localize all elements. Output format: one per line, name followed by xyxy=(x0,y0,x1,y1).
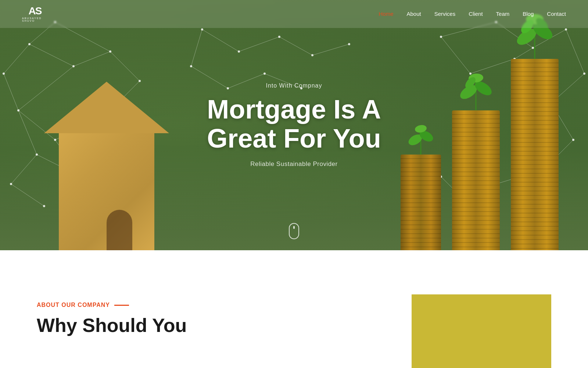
house-door xyxy=(107,210,132,250)
hero-title-line1: Mortgage Is A xyxy=(207,95,381,124)
logo-letters: AS xyxy=(29,6,42,16)
navbar: AS ABUSAYED SHUVO Home About Services Cl… xyxy=(0,0,588,28)
nav-link-blog[interactable]: Blog xyxy=(523,11,534,17)
hero-content: Into With Compnay Mortgage Is A Great Fo… xyxy=(207,82,381,168)
house-body xyxy=(59,132,154,250)
coin-stack-large xyxy=(511,59,559,250)
nav-link-team[interactable]: Team xyxy=(496,11,510,17)
about-left-content: ABOUT OUR COMPANY Why Should You xyxy=(37,294,382,336)
scroll-mouse xyxy=(289,223,299,239)
gap-section xyxy=(0,250,588,272)
nav-item-team[interactable]: Team xyxy=(496,11,510,17)
logo-sub: ABUSAYED SHUVO xyxy=(22,17,48,22)
scroll-wheel xyxy=(293,226,295,229)
coin-stack-medium xyxy=(452,110,500,250)
plant-small xyxy=(408,121,434,155)
about-section: ABOUT OUR COMPANY Why Should You xyxy=(0,272,588,368)
about-heading: Why Should You xyxy=(37,315,382,336)
logo[interactable]: AS ABUSAYED SHUVO xyxy=(22,4,48,24)
hero-subtitle-text: Reliable Sustainable Provider xyxy=(207,160,381,168)
hero-title-line2: Great For You xyxy=(207,124,381,153)
nav-link-client[interactable]: Client xyxy=(469,11,483,17)
about-heading-line1: Why Should You xyxy=(37,315,187,336)
nav-link-home[interactable]: Home xyxy=(379,11,393,17)
house-illustration xyxy=(44,81,173,250)
scroll-indicator xyxy=(289,223,299,239)
nav-link-about[interactable]: About xyxy=(406,11,421,17)
nav-links: Home About Services Client Team Blog Con… xyxy=(379,11,566,17)
hero-section: Into With Compnay Mortgage Is A Great Fo… xyxy=(0,0,588,250)
about-section-label: ABOUT OUR COMPANY xyxy=(37,302,110,308)
house-roof xyxy=(44,82,169,133)
nav-link-contact[interactable]: Contact xyxy=(547,11,566,17)
about-label-line xyxy=(114,305,129,306)
hero-title: Mortgage Is A Great For You xyxy=(207,95,381,153)
nav-item-contact[interactable]: Contact xyxy=(547,11,566,17)
nav-item-services[interactable]: Services xyxy=(434,11,456,17)
nav-item-client[interactable]: Client xyxy=(469,11,483,17)
hero-intro-text: Into With Compnay xyxy=(207,82,381,89)
coin-stack-small xyxy=(401,155,441,250)
about-label: ABOUT OUR COMPANY xyxy=(37,302,382,308)
nav-item-about[interactable]: About xyxy=(406,11,421,17)
logo-box: AS ABUSAYED SHUVO xyxy=(22,4,48,24)
plant-medium xyxy=(459,70,492,110)
nav-item-blog[interactable]: Blog xyxy=(523,11,534,17)
about-image-placeholder xyxy=(412,294,551,368)
nav-link-services[interactable]: Services xyxy=(434,11,456,17)
nav-item-home[interactable]: Home xyxy=(379,11,393,17)
